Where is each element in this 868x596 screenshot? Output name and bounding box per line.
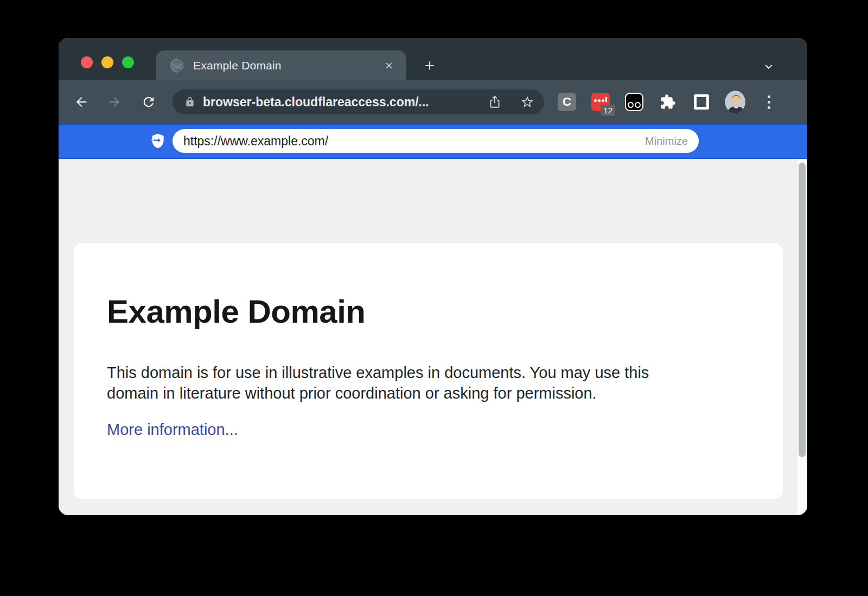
tab-close-icon[interactable] bbox=[384, 61, 394, 71]
extensions-puzzle-icon[interactable] bbox=[658, 80, 678, 124]
content-card: Example Domain This domain is for use in… bbox=[74, 243, 783, 499]
isolation-url[interactable]: https://www.example.com/ bbox=[183, 134, 645, 149]
scrollbar-track[interactable] bbox=[797, 159, 807, 515]
paragraph-line: domain in literature without prior coord… bbox=[107, 383, 649, 403]
isolation-bar: https://www.example.com/ Minimize bbox=[59, 124, 807, 159]
shield-arrow-icon bbox=[149, 132, 167, 150]
browser-tab[interactable]: Example Domain bbox=[156, 50, 406, 80]
window-close-button[interactable] bbox=[81, 56, 93, 68]
new-tab-icon[interactable] bbox=[423, 59, 437, 73]
c-extension-icon[interactable]: C bbox=[557, 80, 577, 124]
page-paragraph: This domain is for use in illustrative e… bbox=[107, 362, 649, 403]
address-url[interactable]: browser-beta.cloudflareaccess.com/... bbox=[203, 95, 488, 110]
forward-icon[interactable] bbox=[107, 94, 122, 110]
globe-icon bbox=[170, 59, 184, 73]
more-information-link[interactable]: More information... bbox=[107, 421, 238, 439]
binoculars-extension-icon[interactable] bbox=[624, 80, 644, 124]
paragraph-line: This domain is for use in illustrative e… bbox=[107, 362, 649, 383]
page-viewport: Example Domain This domain is for use in… bbox=[59, 159, 807, 515]
tab-title: Example Domain bbox=[193, 59, 282, 72]
isolation-url-bar[interactable]: https://www.example.com/ Minimize bbox=[173, 129, 699, 153]
star-icon[interactable] bbox=[520, 95, 534, 109]
profile-avatar[interactable] bbox=[725, 80, 745, 124]
extension-row: C 12 bbox=[557, 80, 779, 124]
browser-window: Example Domain browser-beta.cloudflareac bbox=[59, 38, 807, 515]
reload-icon[interactable] bbox=[141, 94, 156, 110]
red-dots-extension-icon[interactable]: 12 bbox=[590, 80, 611, 124]
toolbar: browser-beta.cloudflareaccess.com/... C … bbox=[59, 80, 807, 124]
scrollbar-thumb[interactable] bbox=[799, 163, 806, 457]
tab-strip: Example Domain bbox=[59, 38, 807, 80]
address-bar[interactable]: browser-beta.cloudflareaccess.com/... bbox=[173, 89, 544, 114]
lock-icon bbox=[184, 97, 195, 107]
side-panel-icon[interactable] bbox=[691, 80, 712, 124]
page-heading: Example Domain bbox=[107, 293, 366, 330]
window-minimize-button[interactable] bbox=[101, 56, 113, 68]
window-zoom-button[interactable] bbox=[122, 56, 134, 68]
back-icon[interactable] bbox=[74, 94, 89, 110]
share-icon[interactable] bbox=[488, 95, 502, 109]
extension-badge: 12 bbox=[601, 105, 615, 116]
minimize-button[interactable]: Minimize bbox=[645, 135, 688, 148]
browser-menu-icon[interactable] bbox=[758, 80, 779, 124]
chevron-down-icon[interactable] bbox=[762, 60, 776, 74]
